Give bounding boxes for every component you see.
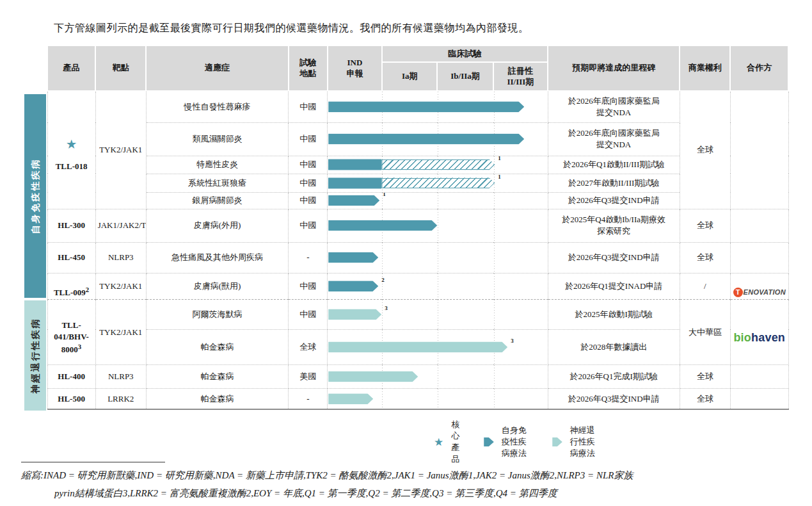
cell-milestone: 於2026年Q3提交IND申請 (548, 192, 680, 209)
cell-milestone: 於2026年Q3提交IND申請 (548, 388, 680, 409)
cell-milestone: 於2026年底向國家藥監局 提交NDA (548, 122, 680, 156)
header-phase-registrational: 註冊性 II/III期 (493, 62, 548, 91)
cell-indication: 帕金森病 (146, 329, 288, 364)
table-row: ★ TLL-018 TYK2/JAK1 慢性自發性蕁麻疹 中國 於2026年底向… (47, 91, 788, 122)
progress-bar (328, 122, 548, 156)
cell-partner: biohaven (730, 299, 788, 364)
cell-target: JAK1/JAK2/TYK2 (95, 209, 146, 242)
cell-milestone: 於2026年Q3提交IND申請 (548, 242, 680, 273)
cell-location: 中國 (289, 192, 328, 209)
legend-core-label: 核心產品 (451, 419, 459, 465)
cell-product-hl500: HL-500 (47, 388, 95, 409)
cell-target: LRRK2 (95, 388, 146, 409)
cell-location: 中國 (289, 209, 328, 242)
group-label-autoimmune: 自身免疫性疾病 (24, 94, 46, 298)
header-target: 靶點 (95, 45, 146, 91)
progress-bar (328, 91, 548, 122)
table-row: TLL-0092 TYK2/JAK1 皮膚病(獸用) 中國 2 於2026年Q1… (47, 273, 788, 299)
legend-core-product: ★ 核心產品 (434, 419, 459, 465)
progress-bar (328, 388, 548, 409)
cell-partner (730, 242, 788, 273)
cell-product-hl400: HL-400 (47, 364, 95, 388)
table-row: 類風濕關節炎 中國 於2026年底向國家藥監局 提交NDA (47, 122, 788, 156)
core-product-star-icon: ★ (50, 140, 93, 149)
biohaven-logo: biohaven (733, 331, 785, 344)
cell-indication: 皮膚病(外用) (146, 209, 288, 242)
cell-milestone: 於2026年底向國家藥監局 提交NDA (548, 91, 680, 122)
table-row: HL-500 LRRK2 帕金森病 - 於2026年Q3提交IND申請 全球 (47, 388, 788, 409)
footnote: 縮寫:INAD = 研究用新獸藥,IND = 研究用新藥,NDA = 新藥上市申… (21, 466, 799, 502)
product-name: TLL-018 (56, 161, 88, 171)
cell-target: TYK2/JAK1 (95, 91, 146, 209)
progress-bar: 1 (328, 192, 548, 209)
cell-product-tll041: TLL-041/BHV-80003 (47, 299, 95, 364)
cell-target: NLRP3 (95, 242, 146, 273)
cell-location: 中國 (289, 174, 328, 192)
cell-location: 中國 (289, 156, 328, 174)
cell-commercial-rights: 全球 (680, 388, 730, 409)
cell-milestone: 於2026年Q1提交INAD申請 (548, 273, 680, 299)
footnote-line2: pyrin結構域蛋白3,LRRK2 = 富亮氨酸重複激酶2,EOY = 年底,Q… (21, 484, 799, 502)
tenovation-logo: TENOVATION (733, 288, 786, 297)
header-partner: 合作方 (730, 45, 788, 91)
header-ind-filing: IND 申報 (328, 45, 382, 91)
cell-partner (730, 364, 788, 388)
progress-bar: 2 (328, 273, 548, 299)
product-footnote-sup: 2 (86, 286, 89, 293)
header-phase-ia: Ia期 (382, 62, 437, 91)
biohaven-logo-haven: haven (751, 331, 785, 344)
table-row: TLL-041/BHV-80003 TYK2/JAK1 阿爾茨海默病 中國 3 … (47, 299, 788, 329)
header-milestone: 預期即將達成的里程碑 (548, 45, 680, 91)
cell-location: 中國 (289, 122, 328, 156)
header-commercial-rights: 商業權利 (680, 45, 730, 91)
cell-product-hl300: HL-300 (47, 209, 95, 242)
cell-product-hl450: HL-450 (47, 242, 95, 273)
cell-location: 全球 (289, 329, 328, 364)
cell-partner: TENOVATION (730, 273, 788, 299)
cell-milestone: 於2028年數據讀出 (548, 329, 680, 364)
cell-target: TYK2/JAK1 (95, 299, 146, 364)
legend-neuro-label: 神經退行性疾病療法 (570, 425, 596, 459)
progress-bar (328, 242, 548, 273)
footnote-divider (21, 462, 165, 462)
cell-commercial-rights: 全球 (680, 364, 730, 388)
pipeline-table: 產品 靶點 適應症 試驗 地點 IND 申報 臨床試驗 預期即將達成的里程碑 商… (47, 45, 789, 410)
cell-location: 中國 (289, 273, 328, 299)
cell-location: 美國 (289, 364, 328, 388)
legend-autoimmune-label: 自身免疫性疾病療法 (502, 425, 528, 459)
cell-milestone: 於2027年啟動II/III期試驗 (548, 174, 680, 192)
footnote-line1: 縮寫:INAD = 研究用新獸藥,IND = 研究用新藥,NDA = 新藥上市申… (21, 466, 799, 484)
product-name: TLL-009 (54, 288, 86, 297)
cell-location: - (289, 388, 328, 409)
cell-partner (730, 209, 788, 242)
progress-bar: 1 (328, 174, 548, 192)
group-label-neurodegenerative-text: 神經退行性疾病 (29, 318, 41, 394)
cell-target: NLRP3 (95, 364, 146, 388)
cell-commercial-rights: 全球 (680, 91, 730, 209)
cell-milestone: 於2025年Q4啟動Ib/IIa期療效 探索研究 (548, 209, 680, 242)
progress-bar (328, 364, 548, 388)
table-row: 系統性紅斑狼瘡 中國 1 於2027年啟動II/III期試驗 (47, 174, 788, 192)
cell-partner (730, 91, 788, 209)
header-phase-ib-iia: Ib/IIa期 (437, 62, 493, 91)
cell-commercial-rights: 全球 (680, 242, 730, 273)
cell-target: TYK2/JAK1 (95, 273, 146, 299)
tenovation-logo-text: ENOVATION (744, 288, 786, 297)
cell-indication: 慢性自發性蕁麻疹 (146, 91, 288, 122)
cell-location: 中國 (289, 299, 328, 329)
cell-indication: 阿爾茨海默病 (146, 299, 288, 329)
cell-indication: 帕金森病 (146, 388, 288, 409)
cell-indication: 皮膚病(獸用) (146, 273, 288, 299)
table-row: HL-400 NLRP3 帕金森病 美國 於2026年Q1完成I期試驗 全球 (47, 364, 788, 388)
group-label-neurodegenerative: 神經退行性疾病 (24, 300, 46, 411)
core-product-star-icon: ★ (434, 436, 443, 449)
progress-bar (328, 209, 548, 242)
table-row: 帕金森病 全球 3 於2028年數據讀出 (47, 329, 788, 364)
legend-autoimmune-therapy: 自身免疫性疾病療法 (484, 425, 528, 459)
cell-location: - (289, 242, 328, 273)
cell-product-tll009: TLL-0092 (47, 273, 95, 299)
cell-indication: 類風濕關節炎 (146, 122, 288, 156)
header-location: 試驗 地點 (289, 45, 328, 91)
cell-commercial-rights: / (680, 273, 730, 299)
product-footnote-sup: 3 (78, 343, 81, 350)
